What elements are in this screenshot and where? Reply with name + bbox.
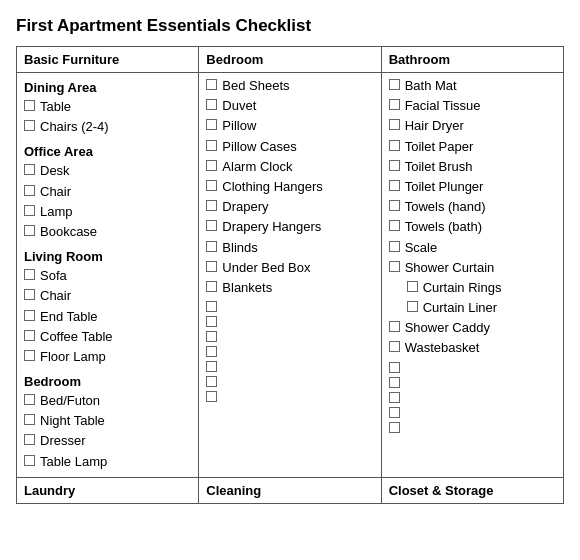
checkbox[interactable] <box>24 434 35 445</box>
checkbox[interactable] <box>206 346 217 357</box>
empty-check[interactable] <box>389 360 556 373</box>
list-item[interactable]: Toilet Plunger <box>389 178 556 196</box>
checkbox[interactable] <box>206 241 217 252</box>
list-item[interactable]: Chair <box>24 183 191 201</box>
checkbox[interactable] <box>24 289 35 300</box>
checkbox[interactable] <box>24 455 35 466</box>
empty-check[interactable] <box>389 390 556 403</box>
checkbox[interactable] <box>407 281 418 292</box>
list-item[interactable]: Pillow <box>206 117 373 135</box>
list-item[interactable]: Night Table <box>24 412 191 430</box>
checkbox[interactable] <box>389 99 400 110</box>
checkbox[interactable] <box>389 341 400 352</box>
checkbox[interactable] <box>206 376 217 387</box>
checkbox[interactable] <box>389 119 400 130</box>
checkbox[interactable] <box>24 205 35 216</box>
empty-check[interactable] <box>206 329 373 342</box>
list-item[interactable]: Chair <box>24 287 191 305</box>
checkbox[interactable] <box>389 140 400 151</box>
list-item[interactable]: Blinds <box>206 239 373 257</box>
list-item[interactable]: Scale <box>389 239 556 257</box>
empty-check[interactable] <box>206 359 373 372</box>
checkbox[interactable] <box>389 362 400 373</box>
empty-check[interactable] <box>389 420 556 433</box>
checkbox[interactable] <box>24 100 35 111</box>
list-item[interactable]: End Table <box>24 308 191 326</box>
checkbox[interactable] <box>206 316 217 327</box>
list-item[interactable]: Duvet <box>206 97 373 115</box>
list-item[interactable]: Floor Lamp <box>24 348 191 366</box>
list-item[interactable]: Wastebasket <box>389 339 556 357</box>
empty-check[interactable] <box>389 375 556 388</box>
checkbox[interactable] <box>389 321 400 332</box>
empty-check[interactable] <box>389 405 556 418</box>
list-item[interactable]: Clothing Hangers <box>206 178 373 196</box>
list-item[interactable]: Hair Dryer <box>389 117 556 135</box>
checkbox[interactable] <box>206 180 217 191</box>
checkbox[interactable] <box>24 394 35 405</box>
checkbox[interactable] <box>24 225 35 236</box>
checkbox[interactable] <box>389 377 400 388</box>
empty-check[interactable] <box>206 374 373 387</box>
list-item[interactable]: Table Lamp <box>24 453 191 471</box>
list-item[interactable]: Under Bed Box <box>206 259 373 277</box>
list-item[interactable]: Toilet Brush <box>389 158 556 176</box>
list-item[interactable]: Dresser <box>24 432 191 450</box>
empty-check[interactable] <box>206 344 373 357</box>
list-item[interactable]: Pillow Cases <box>206 138 373 156</box>
checkbox[interactable] <box>24 164 35 175</box>
checkbox[interactable] <box>206 220 217 231</box>
checkbox[interactable] <box>389 261 400 272</box>
checkbox[interactable] <box>24 310 35 321</box>
checkbox[interactable] <box>24 185 35 196</box>
list-item[interactable]: Lamp <box>24 203 191 221</box>
list-item[interactable]: Sofa <box>24 267 191 285</box>
list-item[interactable]: Bath Mat <box>389 77 556 95</box>
checkbox[interactable] <box>206 160 217 171</box>
checkbox[interactable] <box>24 330 35 341</box>
list-item[interactable]: Desk <box>24 162 191 180</box>
checkbox[interactable] <box>206 140 217 151</box>
checkbox[interactable] <box>24 120 35 131</box>
checkbox[interactable] <box>24 269 35 280</box>
checkbox[interactable] <box>24 350 35 361</box>
checkbox[interactable] <box>389 422 400 433</box>
checkbox[interactable] <box>24 414 35 425</box>
list-item-curtain-rings[interactable]: Curtain Rings <box>389 279 556 297</box>
checkbox[interactable] <box>389 407 400 418</box>
checkbox[interactable] <box>206 79 217 90</box>
checkbox[interactable] <box>206 261 217 272</box>
list-item-shower-curtain[interactable]: Shower Curtain <box>389 259 556 277</box>
checkbox[interactable] <box>389 160 400 171</box>
list-item[interactable]: Bed Sheets <box>206 77 373 95</box>
checkbox[interactable] <box>407 301 418 312</box>
checkbox[interactable] <box>389 79 400 90</box>
empty-check[interactable] <box>206 299 373 312</box>
list-item[interactable]: Shower Caddy <box>389 319 556 337</box>
list-item[interactable]: Towels (hand) <box>389 198 556 216</box>
checkbox[interactable] <box>206 281 217 292</box>
list-item[interactable]: Alarm Clock <box>206 158 373 176</box>
checkbox[interactable] <box>206 119 217 130</box>
checkbox[interactable] <box>389 241 400 252</box>
checkbox[interactable] <box>206 361 217 372</box>
checkbox[interactable] <box>389 180 400 191</box>
list-item[interactable]: Drapery <box>206 198 373 216</box>
checkbox[interactable] <box>389 220 400 231</box>
list-item[interactable]: Blankets <box>206 279 373 297</box>
checkbox[interactable] <box>206 301 217 312</box>
checkbox[interactable] <box>389 392 400 403</box>
list-item[interactable]: Toilet Paper <box>389 138 556 156</box>
checkbox[interactable] <box>389 200 400 211</box>
empty-check[interactable] <box>206 314 373 327</box>
list-item[interactable]: Coffee Table <box>24 328 191 346</box>
list-item-curtain-liner[interactable]: Curtain Liner <box>389 299 556 317</box>
list-item[interactable]: Drapery Hangers <box>206 218 373 236</box>
checkbox[interactable] <box>206 391 217 402</box>
list-item[interactable]: Table <box>24 98 191 116</box>
list-item[interactable]: Towels (bath) <box>389 218 556 236</box>
checkbox[interactable] <box>206 99 217 110</box>
checkbox[interactable] <box>206 331 217 342</box>
list-item[interactable]: Bed/Futon <box>24 392 191 410</box>
list-item[interactable]: Chairs (2-4) <box>24 118 191 136</box>
